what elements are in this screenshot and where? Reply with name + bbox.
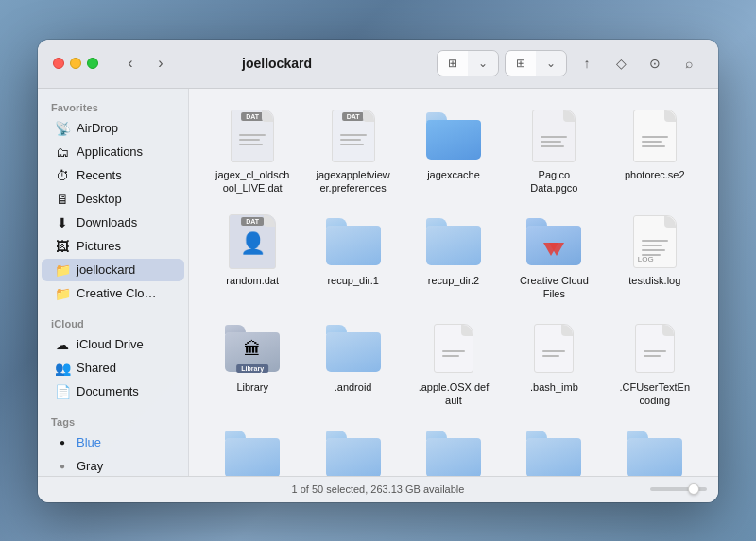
file-icon-cfusertext (627, 320, 683, 377)
sidebar-item-recents[interactable]: ⏱ Recents (42, 164, 184, 187)
file-item[interactable]: DAT jagexappletviewer.preferences (304, 100, 401, 203)
search-button[interactable]: ⌕ (675, 50, 703, 76)
file-item[interactable]: DAT 👤 random.dat (204, 206, 301, 309)
icloud-drive-icon: ☁ (55, 337, 70, 352)
airdrop-icon: 📡 (55, 121, 70, 136)
file-icon-pagico (525, 108, 582, 164)
file-item[interactable]: Creative Cloud Files (506, 206, 602, 309)
view-toggle2: ⊞ ⌄ (505, 50, 567, 76)
close-button[interactable] (53, 58, 64, 69)
sidebar-item-desktop[interactable]: 🖥 Desktop (42, 188, 184, 211)
file-label: jagexcache (427, 168, 480, 181)
sidebar-item-label: joellockard (77, 262, 135, 277)
file-icon-library: 🏛 Library (224, 320, 281, 377)
file-item[interactable]: 🏛 Library Library (204, 313, 301, 415)
window-title: joellockard (129, 56, 425, 71)
file-item[interactable]: jagexcache (405, 100, 502, 203)
sidebar-item-label: Desktop (77, 192, 122, 206)
toolbar-right: ⊞ ⌄ ⊞ ⌄ ↑ ◇ ⊙ ⌕ (437, 50, 703, 76)
file-label: Library (236, 380, 268, 394)
file-item[interactable]: .config (204, 418, 301, 475)
sidebar-item-icloud-drive[interactable]: ☁ iCloud Drive (42, 333, 184, 356)
file-label: recup_dir.2 (428, 274, 479, 287)
creativecloud-icon: 📁 (55, 286, 70, 301)
file-item[interactable]: photorec.se2 (607, 100, 703, 203)
file-item[interactable]: .DDPreview (506, 418, 602, 475)
sidebar-item-label: Shared (77, 361, 116, 375)
action-button[interactable]: ⊙ (641, 50, 669, 76)
sidebar: Favorites 📡 AirDrop 🗂 Applications ⏱ Rec… (38, 89, 189, 476)
favorites-label: Favorites (38, 98, 188, 116)
file-label: photorec.se2 (625, 168, 685, 181)
file-label: Creative Cloud Files (516, 274, 592, 301)
file-icon-recup-dir1 (325, 213, 382, 270)
file-item[interactable]: DAT jagex_cl_oldschool_LIVE.dat (204, 100, 301, 203)
sidebar-item-joellockard[interactable]: 📁 joellockard (42, 259, 184, 281)
sidebar-item-tag-blue[interactable]: ● Blue (42, 431, 184, 454)
dat-badge: DAT (241, 112, 264, 121)
traffic-lights (53, 58, 98, 69)
gallery-view-button[interactable]: ⌄ (536, 51, 566, 76)
recents-icon: ⏱ (55, 168, 70, 183)
file-label: testdisk.log (628, 274, 680, 287)
applications-icon: 🗂 (55, 144, 70, 160)
list-view-button[interactable]: ⌄ (468, 51, 498, 76)
sidebar-item-airdrop[interactable]: 📡 AirDrop (42, 117, 184, 140)
file-label: jagexappletviewer.preferences (316, 168, 391, 195)
dat-badge: DAT (342, 112, 365, 121)
file-icon-ddlocalbackups (425, 426, 482, 475)
file-item[interactable]: .android (304, 313, 401, 415)
file-item[interactable]: recup_dir.2 (405, 206, 502, 309)
file-item[interactable]: .bash_imb (506, 313, 602, 415)
sidebar-item-label: AirDrop (77, 121, 118, 135)
grid-view-button[interactable]: ⊞ (506, 51, 536, 76)
file-icon-config (224, 426, 281, 475)
desktop-icon: 🖥 (55, 192, 70, 207)
file-label: .android (335, 380, 372, 394)
minimize-button[interactable] (70, 58, 81, 69)
downloads-icon: ⬇ (55, 215, 70, 230)
tag-button[interactable]: ◇ (607, 50, 635, 76)
tag-gray-icon: ● (55, 459, 70, 474)
sidebar-item-creativecloud[interactable]: 📁 Creative Clo… (42, 282, 184, 305)
dat-badge: DAT (241, 217, 264, 226)
zoom-slider[interactable] (650, 487, 707, 491)
main-content: Favorites 📡 AirDrop 🗂 Applications ⏱ Rec… (38, 89, 718, 476)
sidebar-item-downloads[interactable]: ⬇ Downloads (42, 211, 184, 234)
file-item[interactable]: .apple.OSX.default (405, 313, 502, 415)
icloud-label: iCloud (38, 314, 188, 332)
sidebar-item-shared[interactable]: 👥 Shared (42, 357, 184, 380)
file-icon-jagex-dat: DAT (224, 108, 281, 164)
slider-track (650, 487, 707, 491)
icon-view-button[interactable]: ⊞ (438, 51, 468, 76)
file-icon-bash-imb (525, 320, 582, 377)
sidebar-item-applications[interactable]: 🗂 Applications (42, 141, 184, 163)
file-item[interactable]: .DDLocalBackups (405, 418, 502, 475)
file-label: .apple.OSX.default (416, 380, 491, 408)
sidebar-item-tag-gray[interactable]: ● Gray (42, 455, 184, 476)
file-item[interactable]: recup_dir.1 (304, 206, 401, 309)
file-item[interactable]: .CFUserTextEncoding (607, 313, 703, 415)
slider-thumb[interactable] (688, 483, 699, 495)
file-icon-apple-osx (425, 320, 482, 377)
file-area[interactable]: DAT jagex_cl_oldschool_LIVE.dat (189, 89, 718, 476)
file-item[interactable]: .easeus (607, 418, 703, 475)
file-icon-jagexappletviewer: DAT (325, 108, 382, 164)
file-item[interactable]: Pagico Data.pgco (506, 100, 602, 203)
file-item[interactable]: LOG testdisk.log (607, 206, 703, 309)
fullscreen-button[interactable] (87, 58, 98, 69)
file-icon-cups (325, 426, 382, 475)
file-icon-creative-cloud (525, 213, 582, 270)
sidebar-item-label: Pictures (77, 239, 121, 253)
library-badge: Library (236, 364, 268, 373)
files-grid: DAT jagex_cl_oldschool_LIVE.dat (204, 100, 703, 476)
share-button[interactable]: ↑ (573, 50, 601, 76)
file-item[interactable]: .cups (304, 418, 401, 475)
view-toggle: ⊞ ⌄ (437, 50, 499, 76)
file-icon-photorec (627, 108, 683, 164)
sidebar-item-label: iCloud Drive (77, 337, 144, 351)
sidebar-item-label: Downloads (77, 215, 137, 229)
sidebar-item-pictures[interactable]: 🖼 Pictures (42, 235, 184, 258)
documents-icon: 📄 (55, 384, 70, 399)
sidebar-item-documents[interactable]: 📄 Documents (42, 380, 184, 403)
